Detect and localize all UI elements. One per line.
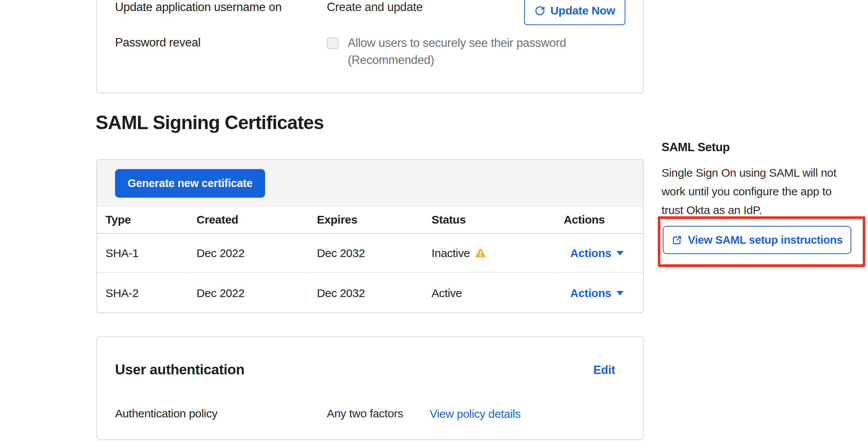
status-badge: Inactive [432,247,470,260]
table-row: SHA-1 Dec 2022 Dec 2032 Inactive Actions [97,234,643,273]
cert-expires: Dec 2032 [309,234,427,273]
user-authentication-heading: User authentication [115,360,245,379]
cert-created: Dec 2022 [188,273,307,313]
cert-expires: Dec 2032 [309,273,427,313]
certificates-toolbar: Generate new certificate [97,160,643,206]
username-update-value: Create and update [327,0,423,15]
update-now-label: Update Now [550,4,615,17]
view-policy-details-link[interactable]: View policy details [430,406,521,422]
warning-icon [475,248,486,259]
actions-dropdown[interactable]: Actions [570,287,623,300]
password-reveal-checkbox[interactable] [327,37,339,49]
certificates-table-header: Type Created Expires Status Actions [97,206,643,234]
update-now-button[interactable]: Update Now [524,0,625,25]
cert-created: Dec 2022 [188,234,307,273]
cert-type: SHA-2 [97,273,187,313]
authentication-policy-value: Any two factors [327,406,403,421]
cert-type: SHA-1 [97,234,187,273]
chevron-down-icon [617,291,623,296]
table-row: SHA-2 Dec 2022 Dec 2032 Active Actions [97,273,643,313]
page-title: SAML Signing Certificates [96,111,324,134]
generate-certificate-button[interactable]: Generate new certificate [115,169,265,198]
column-header-created: Created [188,206,307,234]
chevron-down-icon [617,251,623,256]
user-authentication-card: User authentication Edit Authentication … [96,336,644,440]
actions-dropdown-label: Actions [570,247,611,260]
view-saml-setup-instructions-label: View SAML setup instructions [688,234,842,246]
column-header-actions: Actions [555,206,643,234]
authentication-policy-label: Authentication policy [115,406,217,421]
password-reveal-label: Password reveal [115,35,201,50]
saml-setup-heading: SAML Setup [662,141,730,154]
saml-setup-description-line: trust Okta as an IdP. [662,201,836,219]
password-reveal-description: Allow users to securely see their passwo… [348,35,566,51]
password-reveal-note: (Recommended) [348,53,434,68]
column-header-type: Type [97,206,187,234]
saml-setup-description-line: Single Sign On using SAML will not [662,163,836,182]
actions-dropdown-label: Actions [570,287,611,300]
saml-certificates-card: Generate new certificate Type Created Ex… [96,159,644,313]
column-header-status: Status [428,206,553,234]
page: Update application username on Create an… [0,0,868,441]
actions-dropdown[interactable]: Actions [570,247,623,260]
saml-setup-description: Single Sign On using SAML will not work … [662,163,836,219]
edit-link[interactable]: Edit [593,363,615,377]
account-settings-card: Update application username on Create an… [96,0,644,93]
external-link-icon [671,235,683,246]
refresh-icon [534,5,545,16]
column-header-expires: Expires [309,206,427,234]
status-badge: Active [432,287,462,300]
saml-setup-description-line: work until you configure the app to [662,182,836,201]
view-saml-setup-instructions-button[interactable]: View SAML setup instructions [663,226,851,254]
username-update-label: Update application username on [115,0,281,15]
